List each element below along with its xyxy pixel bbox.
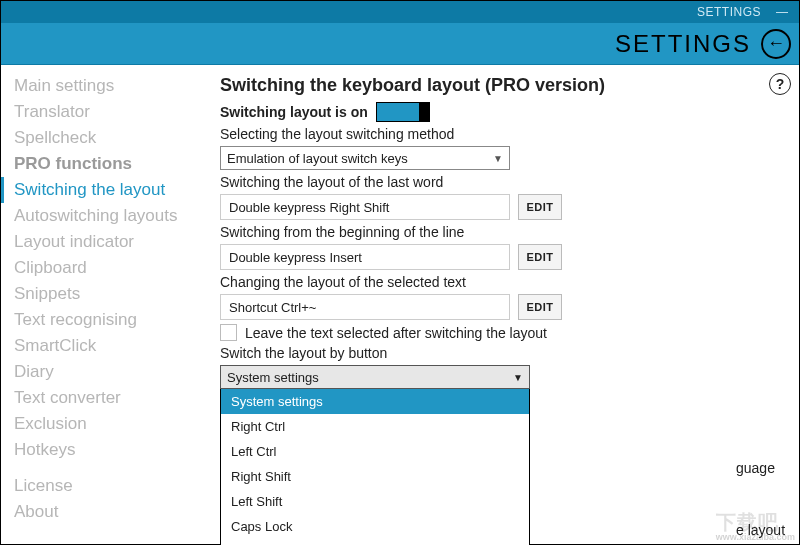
sidebar-item-license[interactable]: License (1, 473, 206, 499)
last-word-edit-button[interactable]: EDIT (518, 194, 562, 220)
help-button[interactable]: ? (769, 73, 791, 95)
selected-text-field[interactable]: Shortcut Ctrl+~ (220, 294, 510, 320)
page-heading-main: Switching the keyboard layout (220, 75, 485, 95)
by-button-label: Switch the layout by button (220, 345, 387, 361)
selected-text-label: Changing the layout of the selected text (220, 274, 466, 290)
sidebar: Main settings Translator Spellcheck PRO … (1, 65, 206, 544)
sidebar-item-smartclick[interactable]: SmartClick (1, 333, 206, 359)
sidebar-item-text-converter[interactable]: Text converter (1, 385, 206, 411)
selected-text-value: Shortcut Ctrl+~ (229, 300, 316, 315)
from-line-label: Switching from the beginning of the line (220, 224, 464, 240)
sidebar-item-clipboard[interactable]: Clipboard (1, 255, 206, 281)
titlebar-main: SETTINGS ← (1, 23, 799, 65)
leave-text-checkbox[interactable] (220, 324, 237, 341)
sidebar-item-text-recognising[interactable]: Text recognising (1, 307, 206, 333)
method-select[interactable]: Emulation of layout switch keys ▼ (220, 146, 510, 170)
content-pane: ? Switching the keyboard layout (PRO ver… (206, 65, 799, 544)
window-title: SETTINGS (615, 30, 751, 58)
obscured-text-2: e layout (736, 522, 785, 538)
sidebar-item-about[interactable]: About (1, 499, 206, 525)
page-heading: Switching the keyboard layout (PRO versi… (220, 75, 785, 96)
sidebar-item-translator[interactable]: Translator (1, 99, 206, 125)
combo-option[interactable]: On right or left Ctrl (221, 539, 529, 545)
by-button-combo[interactable]: System settings ▼ System settings Right … (220, 365, 530, 389)
chevron-down-icon: ▼ (493, 153, 503, 164)
titlebar-settings-link[interactable]: SETTINGS (697, 5, 761, 19)
last-word-field[interactable]: Double keypress Right Shift (220, 194, 510, 220)
minimize-icon[interactable]: — (771, 5, 793, 19)
sidebar-item-main-settings[interactable]: Main settings (1, 73, 206, 99)
switching-on-toggle[interactable] (376, 102, 430, 122)
switching-on-label: Switching layout is on (220, 104, 368, 120)
sidebar-item-spellcheck[interactable]: Spellcheck (1, 125, 206, 151)
method-label: Selecting the layout switching method (220, 126, 454, 142)
titlebar-top: SETTINGS — (1, 1, 799, 23)
from-line-field[interactable]: Double keypress Insert (220, 244, 510, 270)
combo-option[interactable]: Caps Lock (221, 514, 529, 539)
last-word-label: Switching the layout of the last word (220, 174, 443, 190)
sidebar-item-hotkeys[interactable]: Hotkeys (1, 437, 206, 463)
sidebar-item-pro-functions[interactable]: PRO functions (1, 151, 206, 177)
sidebar-item-snippets[interactable]: Snippets (1, 281, 206, 307)
combo-option[interactable]: Right Ctrl (221, 414, 529, 439)
combo-option[interactable]: Right Shift (221, 464, 529, 489)
by-button-combo-value: System settings (227, 370, 319, 385)
back-button[interactable]: ← (761, 29, 791, 59)
leave-text-label: Leave the text selected after switching … (245, 325, 547, 341)
combo-option[interactable]: Left Shift (221, 489, 529, 514)
page-heading-suffix: (PRO version) (485, 75, 605, 95)
sidebar-item-diary[interactable]: Diary (1, 359, 206, 385)
from-line-edit-button[interactable]: EDIT (518, 244, 562, 270)
sidebar-item-autoswitching[interactable]: Autoswitching layouts (1, 203, 206, 229)
combo-option[interactable]: System settings (221, 389, 529, 414)
by-button-combo-head[interactable]: System settings ▼ (220, 365, 530, 389)
sidebar-item-switching-layout[interactable]: Switching the layout (1, 177, 206, 203)
by-button-combo-list: System settings Right Ctrl Left Ctrl Rig… (220, 389, 530, 545)
combo-option[interactable]: Left Ctrl (221, 439, 529, 464)
arrow-left-icon: ← (767, 33, 785, 54)
from-line-value: Double keypress Insert (229, 250, 362, 265)
obscured-text-1: guage (736, 460, 775, 476)
chevron-down-icon: ▼ (513, 372, 523, 383)
selected-text-edit-button[interactable]: EDIT (518, 294, 562, 320)
sidebar-item-layout-indicator[interactable]: Layout indicator (1, 229, 206, 255)
sidebar-item-exclusion[interactable]: Exclusion (1, 411, 206, 437)
last-word-value: Double keypress Right Shift (229, 200, 389, 215)
method-select-value: Emulation of layout switch keys (227, 151, 408, 166)
app-window: SETTINGS — SETTINGS ← Main settings Tran… (0, 0, 800, 545)
